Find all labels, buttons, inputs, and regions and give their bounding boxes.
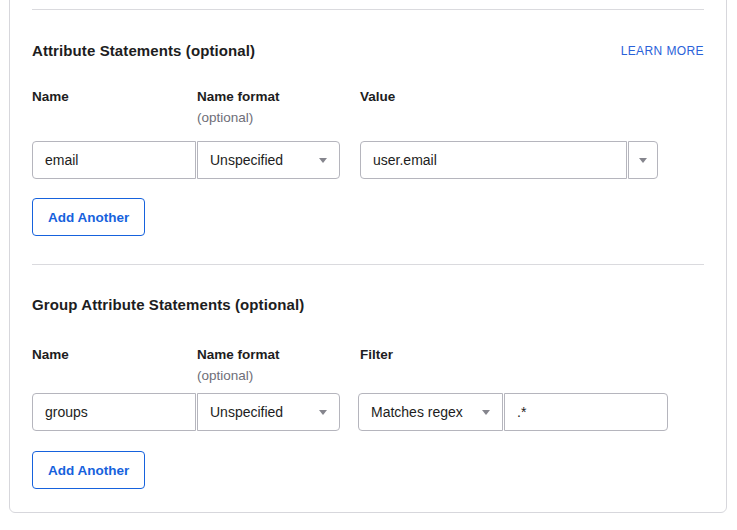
attribute-value-input[interactable] xyxy=(360,141,627,179)
group-name-format-select[interactable]: Unspecified xyxy=(197,393,340,431)
name-column-label: Name xyxy=(32,88,197,105)
group-filter-type-select[interactable]: Matches regex xyxy=(358,393,503,431)
name-format-optional-label: (optional) xyxy=(197,109,360,127)
settings-card: Attribute Statements (optional) LEARN MO… xyxy=(9,0,727,513)
group-name-format-column-label: Name format xyxy=(197,346,360,363)
group-name-column-label: Name xyxy=(32,346,197,363)
group-attribute-statement-row: Unspecified Matches regex xyxy=(32,393,704,431)
attribute-name-format-value: Unspecified xyxy=(210,152,283,168)
section-divider xyxy=(32,9,704,10)
learn-more-link[interactable]: LEARN MORE xyxy=(621,44,704,58)
attribute-statements-header: Attribute Statements (optional) LEARN MO… xyxy=(32,41,704,60)
attribute-columns-header: Name Name format (optional) Value xyxy=(32,88,704,127)
group-name-format-value: Unspecified xyxy=(210,404,283,420)
group-filter-type-value: Matches regex xyxy=(371,404,463,420)
value-column-label: Value xyxy=(360,88,704,105)
chevron-down-icon xyxy=(319,410,327,415)
group-filter-value-input[interactable] xyxy=(504,393,668,431)
chevron-down-icon xyxy=(319,158,327,163)
filter-column-label: Filter xyxy=(360,346,704,363)
chevron-down-icon xyxy=(482,410,490,415)
attribute-statement-row: Unspecified xyxy=(32,141,704,179)
group-attribute-statements-title: Group Attribute Statements (optional) xyxy=(32,295,304,314)
section-divider xyxy=(32,264,704,265)
add-another-attribute-button[interactable]: Add Another xyxy=(32,198,145,236)
group-name-format-optional-label: (optional) xyxy=(197,367,360,385)
attribute-statements-title: Attribute Statements (optional) xyxy=(32,41,255,60)
group-attribute-statements-header: Group Attribute Statements (optional) xyxy=(32,295,704,314)
chevron-down-icon xyxy=(639,158,647,163)
group-name-input[interactable] xyxy=(32,393,196,431)
attribute-name-format-select[interactable]: Unspecified xyxy=(197,141,340,179)
attribute-name-input[interactable] xyxy=(32,141,196,179)
name-format-column-label: Name format xyxy=(197,88,360,105)
add-another-group-attribute-button[interactable]: Add Another xyxy=(32,451,145,489)
attribute-value-dropdown-button[interactable] xyxy=(628,141,658,179)
group-columns-header: Name Name format (optional) Filter xyxy=(32,346,704,385)
